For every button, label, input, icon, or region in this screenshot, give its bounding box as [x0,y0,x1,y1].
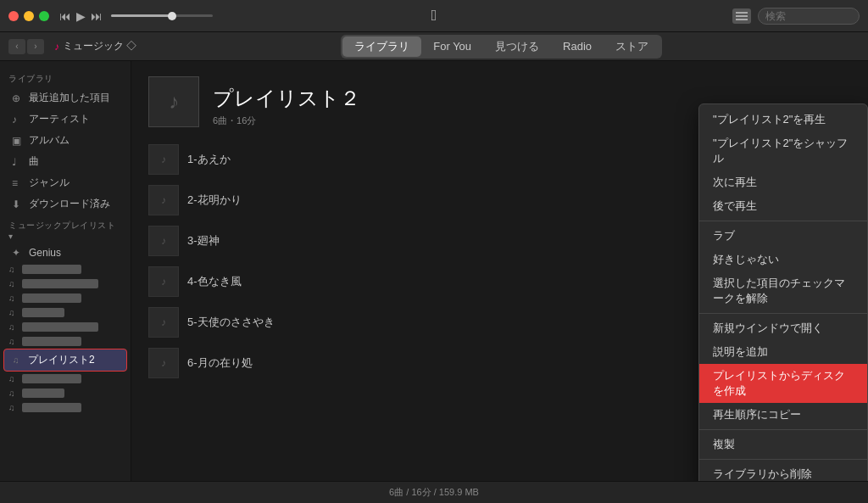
nav-arrows: ‹ › [8,39,44,54]
context-menu-item-dislike[interactable]: 好きじゃない [699,248,867,271]
blurred-playlist-10 [22,403,81,412]
sidebar-item-playlist-1[interactable]: ♫ [0,262,131,277]
content-area: ♪ プレイリスト２ 6曲・16分 ⇄ すべてをシャッフル ••• ♪ 1-あえか… [131,61,868,481]
context-menu-item-play-next[interactable]: 次に再生 [699,170,867,194]
track-art-2: ♪ [148,185,179,215]
track-art-3: ♪ [148,226,179,256]
context-menu-item-new-window[interactable]: 新規ウインドウで開く [699,316,867,340]
close-button[interactable] [8,11,19,21]
playlist-art: ♪ [148,76,199,127]
tab-for-you[interactable]: For You [421,37,483,55]
context-menu-item-uncheck[interactable]: 選択した項目のチェックマークを解除 [699,271,867,310]
apple-logo:  [431,7,437,25]
sidebar-item-playlist-2[interactable]: ♫ [0,277,131,291]
sidebar-item-playlist-6[interactable]: ♫ [0,334,131,349]
context-menu-item-play[interactable]: "プレイリスト2"を再生 [699,108,867,131]
blurred-playlist-2 [22,279,98,288]
sidebar-item-playlist-10[interactable]: ♫ [0,400,131,415]
next-button[interactable]: ⏭ [91,9,103,23]
context-menu-item-copy-order[interactable]: 再生順序にコピー [699,403,867,427]
playlist-icon-4: ♫ [8,308,19,317]
traffic-lights [8,11,49,21]
sidebar-item-playlist-8[interactable]: ♫ [0,372,131,386]
sidebar-item-playlist2-label: プレイリスト2 [28,353,95,367]
progress-bar[interactable] [111,14,213,17]
blurred-playlist-6 [22,337,81,346]
tab-library[interactable]: ライブラリ [342,36,421,57]
sidebar-item-artists[interactable]: ♪ アーティスト [3,109,127,130]
context-separator-2 [699,313,867,314]
playlist-section-title: ミュージックプレイリスト ▾ [0,215,131,243]
track-art-6: ♪ [148,348,179,378]
playlist-icon-active: ♫ [13,355,23,365]
downloads-icon: ⬇ [12,198,24,210]
sidebar: ライブラリ ⊕ 最近追加した項目 ♪ アーティスト ▣ アルバム ♩ 曲 ≡ ジ… [0,61,131,481]
sidebar-item-recent[interactable]: ⊕ 最近追加した項目 [3,87,127,109]
playlist-icon-5: ♫ [8,322,19,332]
back-button[interactable]: ‹ [8,39,25,54]
playlist-icon-2: ♫ [8,279,19,288]
sidebar-item-playlist-5[interactable]: ♫ [0,320,131,334]
recent-icon: ⊕ [12,92,24,104]
playlist-icon-1: ♫ [8,265,19,274]
sidebar-item-songs[interactable]: ♩ 曲 [3,151,127,172]
list-view-button[interactable] [732,8,751,24]
nav-tabs: ライブラリ For You 見つける Radio ストア [341,35,662,59]
playlist-icon-6: ♫ [8,337,19,346]
tab-store[interactable]: ストア [604,36,660,57]
fullscreen-button[interactable] [39,11,49,21]
sidebar-item-albums[interactable]: ▣ アルバム [3,130,127,151]
context-menu-item-burn-disc[interactable]: プレイリストからディスクを作成 [699,364,867,403]
context-separator-3 [699,429,867,430]
tab-discover[interactable]: 見つける [483,36,551,57]
context-menu-item-love[interactable]: ラブ [699,224,867,248]
context-menu-item-play-later[interactable]: 後で再生 [699,194,867,218]
itunes-label: ♪ ミュージック ◇ [54,39,136,53]
status-bar: 6曲 / 16分 / 159.9 MB [0,481,868,503]
genres-icon: ≡ [12,177,24,189]
sidebar-item-artists-label: アーティスト [29,112,90,126]
app-header: ‹ › ♪ ミュージック ◇ ライブラリ For You 見つける Radio … [0,32,868,61]
minimize-button[interactable] [24,11,34,21]
sidebar-item-playlist-9[interactable]: ♫ [0,386,131,400]
music-note-icon: ♪ [169,90,179,114]
music-icon: ♪ [54,41,59,53]
sidebar-item-playlist2[interactable]: ♫ プレイリスト2 [3,349,127,372]
play-button[interactable]: ▶ [76,9,86,23]
albums-icon: ▣ [12,135,24,147]
search-input[interactable] [758,8,860,25]
blurred-playlist-3 [22,293,81,303]
app-name-label: ミュージック ◇ [63,39,136,53]
songs-icon: ♩ [12,156,24,168]
context-menu-item-add-description[interactable]: 説明を追加 [699,340,867,364]
sidebar-item-genius[interactable]: ✦ Genius [3,243,127,262]
context-menu-item-duplicate[interactable]: 複製 [699,433,867,456]
context-menu: "プレイリスト2"を再生 "プレイリスト2"をシャッフル 次に再生 後で再生 ラ… [698,103,868,481]
main-layout: ライブラリ ⊕ 最近追加した項目 ♪ アーティスト ▣ アルバム ♩ 曲 ≡ ジ… [0,61,868,481]
genius-icon: ✦ [12,247,24,259]
sidebar-item-recent-label: 最近追加した項目 [29,91,110,105]
blurred-playlist-9 [22,388,64,398]
transport-controls: ⏮ ▶ ⏭ [59,9,103,23]
tab-radio[interactable]: Radio [551,37,604,55]
prev-button[interactable]: ⏮ [59,9,71,23]
context-menu-item-shuffle[interactable]: "プレイリスト2"をシャッフル [699,131,867,170]
status-text: 6曲 / 16分 / 159.9 MB [389,486,479,499]
sidebar-item-genius-label: Genius [29,247,61,259]
artists-icon: ♪ [12,114,24,126]
blurred-playlist-4 [22,308,64,317]
forward-button[interactable]: › [27,39,44,54]
playlist-info: プレイリスト２ 6曲・16分 [213,85,702,127]
blurred-playlist-5 [22,322,98,332]
playlist-icon-10: ♫ [8,403,19,412]
sidebar-item-playlist-4[interactable]: ♫ [0,305,131,320]
playlist-icon-3: ♫ [8,293,19,303]
sidebar-item-playlist-3[interactable]: ♫ [0,291,131,305]
sidebar-item-downloads[interactable]: ⬇ ダウンロード済み [3,193,127,215]
playlist-meta: 6曲・16分 [213,115,702,127]
blurred-playlist-1 [22,265,81,274]
context-menu-item-delete[interactable]: ライブラリから削除 [699,462,867,481]
sidebar-item-genres-label: ジャンル [29,176,70,190]
playlist-icon-9: ♫ [8,388,19,398]
sidebar-item-genres[interactable]: ≡ ジャンル [3,172,127,193]
